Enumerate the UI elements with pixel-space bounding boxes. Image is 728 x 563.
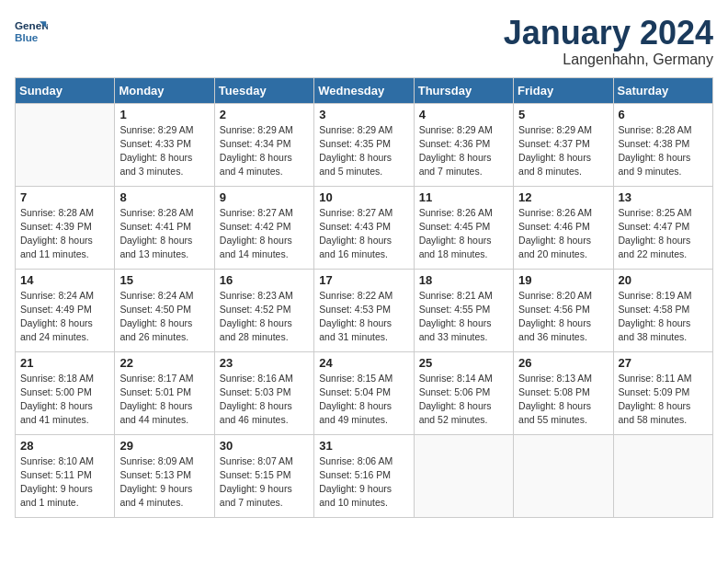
day-cell: 30Sunrise: 8:07 AMSunset: 5:15 PMDayligh… [214,434,313,517]
day-cell: 26Sunrise: 8:13 AMSunset: 5:08 PMDayligh… [514,351,613,434]
day-number: 11 [419,190,508,204]
day-number: 26 [518,356,608,370]
day-info: Sunrise: 8:24 AMSunset: 4:49 PMDaylight:… [20,289,109,345]
day-number: 4 [419,108,508,121]
day-number: 7 [20,190,109,204]
day-info: Sunrise: 8:14 AMSunset: 5:06 PMDaylight:… [419,372,508,428]
page-header: General Blue January 2024 Langenhahn, Ge… [15,15,713,68]
day-info: Sunrise: 8:13 AMSunset: 5:08 PMDaylight:… [518,372,608,428]
day-number: 1 [119,108,209,121]
day-number: 15 [119,273,209,287]
title-block: January 2024 Langenhahn, Germany [504,15,713,68]
day-cell: 31Sunrise: 8:06 AMSunset: 5:16 PMDayligh… [314,434,414,517]
day-cell: 20Sunrise: 8:19 AMSunset: 4:58 PMDayligh… [613,269,712,351]
day-cell: 3Sunrise: 8:29 AMSunset: 4:35 PMDaylight… [314,103,414,186]
day-info: Sunrise: 8:24 AMSunset: 4:50 PMDaylight:… [119,289,209,345]
day-cell: 14Sunrise: 8:24 AMSunset: 4:49 PMDayligh… [16,269,115,351]
day-number: 8 [119,190,209,204]
day-cell: 9Sunrise: 8:27 AMSunset: 4:42 PMDaylight… [214,186,313,269]
day-number: 17 [319,273,408,287]
logo: General Blue [15,15,48,48]
day-cell: 2Sunrise: 8:29 AMSunset: 4:34 PMDaylight… [214,103,313,186]
day-number: 10 [319,190,408,204]
day-cell: 4Sunrise: 8:29 AMSunset: 4:36 PMDaylight… [414,103,513,186]
logo-icon: General Blue [15,15,48,48]
day-cell: 12Sunrise: 8:26 AMSunset: 4:46 PMDayligh… [514,186,613,269]
day-info: Sunrise: 8:19 AMSunset: 4:58 PMDaylight:… [619,289,708,345]
day-number: 31 [319,439,408,453]
day-cell [514,434,613,517]
day-number: 29 [119,439,209,453]
day-number: 12 [518,190,608,204]
day-cell: 17Sunrise: 8:22 AMSunset: 4:53 PMDayligh… [314,269,414,351]
day-info: Sunrise: 8:29 AMSunset: 4:33 PMDaylight:… [119,123,209,179]
day-cell: 23Sunrise: 8:16 AMSunset: 5:03 PMDayligh… [214,351,313,434]
day-cell: 27Sunrise: 8:11 AMSunset: 5:09 PMDayligh… [613,351,712,434]
day-info: Sunrise: 8:29 AMSunset: 4:37 PMDaylight:… [518,123,608,179]
day-cell: 11Sunrise: 8:26 AMSunset: 4:45 PMDayligh… [414,186,513,269]
day-info: Sunrise: 8:15 AMSunset: 5:04 PMDaylight:… [319,372,408,428]
day-info: Sunrise: 8:22 AMSunset: 4:53 PMDaylight:… [319,289,408,345]
day-number: 16 [220,273,309,287]
day-cell: 15Sunrise: 8:24 AMSunset: 4:50 PMDayligh… [115,269,214,351]
header-cell-sunday: Sunday [16,77,115,103]
day-number: 19 [518,273,608,287]
day-cell: 28Sunrise: 8:10 AMSunset: 5:11 PMDayligh… [16,434,115,517]
day-info: Sunrise: 8:26 AMSunset: 4:45 PMDaylight:… [419,206,508,262]
day-cell: 8Sunrise: 8:28 AMSunset: 4:41 PMDaylight… [115,186,214,269]
day-number: 25 [419,356,508,370]
day-cell: 25Sunrise: 8:14 AMSunset: 5:06 PMDayligh… [414,351,513,434]
day-info: Sunrise: 8:11 AMSunset: 5:09 PMDaylight:… [619,372,708,428]
day-number: 27 [619,356,708,370]
week-row-2: 7Sunrise: 8:28 AMSunset: 4:39 PMDaylight… [16,186,713,269]
day-info: Sunrise: 8:09 AMSunset: 5:13 PMDaylight:… [119,454,209,511]
day-number: 23 [220,356,309,370]
day-number: 24 [319,356,408,370]
day-number: 18 [419,273,508,287]
calendar-body: 1Sunrise: 8:29 AMSunset: 4:33 PMDaylight… [16,103,713,517]
day-info: Sunrise: 8:23 AMSunset: 4:52 PMDaylight:… [220,289,309,345]
day-cell: 7Sunrise: 8:28 AMSunset: 4:39 PMDaylight… [16,186,115,269]
day-info: Sunrise: 8:18 AMSunset: 5:00 PMDaylight:… [20,372,109,428]
week-row-4: 21Sunrise: 8:18 AMSunset: 5:00 PMDayligh… [16,351,713,434]
day-info: Sunrise: 8:20 AMSunset: 4:56 PMDaylight:… [518,289,608,345]
day-info: Sunrise: 8:27 AMSunset: 4:43 PMDaylight:… [319,206,408,262]
calendar-title: January 2024 [504,15,713,52]
calendar-header-row: SundayMondayTuesdayWednesdayThursdayFrid… [16,77,713,103]
day-number: 14 [20,273,109,287]
week-row-5: 28Sunrise: 8:10 AMSunset: 5:11 PMDayligh… [16,434,713,517]
day-info: Sunrise: 8:16 AMSunset: 5:03 PMDaylight:… [220,372,309,428]
day-cell: 22Sunrise: 8:17 AMSunset: 5:01 PMDayligh… [115,351,214,434]
day-cell [16,103,115,186]
header-cell-friday: Friday [514,77,613,103]
header-cell-wednesday: Wednesday [314,77,414,103]
day-cell: 5Sunrise: 8:29 AMSunset: 4:37 PMDaylight… [514,103,613,186]
day-number: 9 [220,190,309,204]
day-cell: 13Sunrise: 8:25 AMSunset: 4:47 PMDayligh… [613,186,712,269]
day-info: Sunrise: 8:21 AMSunset: 4:55 PMDaylight:… [419,289,508,345]
day-number: 21 [20,356,109,370]
day-cell: 24Sunrise: 8:15 AMSunset: 5:04 PMDayligh… [314,351,414,434]
day-number: 28 [20,439,109,453]
day-number: 20 [619,273,708,287]
day-info: Sunrise: 8:17 AMSunset: 5:01 PMDaylight:… [119,372,209,428]
day-cell: 29Sunrise: 8:09 AMSunset: 5:13 PMDayligh… [115,434,214,517]
day-number: 5 [518,108,608,121]
day-cell [613,434,712,517]
day-cell: 6Sunrise: 8:28 AMSunset: 4:38 PMDaylight… [613,103,712,186]
day-info: Sunrise: 8:28 AMSunset: 4:39 PMDaylight:… [20,206,109,262]
day-info: Sunrise: 8:10 AMSunset: 5:11 PMDaylight:… [20,454,109,511]
day-info: Sunrise: 8:26 AMSunset: 4:46 PMDaylight:… [518,206,608,262]
svg-text:General: General [15,19,48,31]
day-cell: 16Sunrise: 8:23 AMSunset: 4:52 PMDayligh… [214,269,313,351]
calendar-subtitle: Langenhahn, Germany [504,52,713,68]
day-cell [414,434,513,517]
day-number: 6 [619,108,708,121]
day-info: Sunrise: 8:29 AMSunset: 4:36 PMDaylight:… [419,123,508,179]
day-info: Sunrise: 8:25 AMSunset: 4:47 PMDaylight:… [619,206,708,262]
week-row-3: 14Sunrise: 8:24 AMSunset: 4:49 PMDayligh… [16,269,713,351]
calendar-table: SundayMondayTuesdayWednesdayThursdayFrid… [15,77,713,518]
day-cell: 18Sunrise: 8:21 AMSunset: 4:55 PMDayligh… [414,269,513,351]
svg-text:Blue: Blue [15,31,39,43]
day-number: 30 [220,439,309,453]
